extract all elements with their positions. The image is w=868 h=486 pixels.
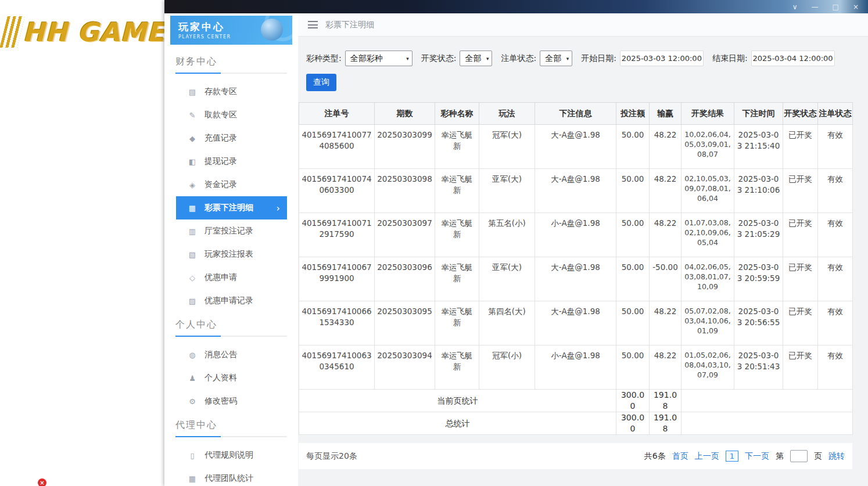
window-titlebar: ∨ — □ × [164, 0, 868, 13]
sidebar-item-messages[interactable]: ◍消息公告 [164, 343, 298, 366]
bet-time-cell: 2025-03-03 20:51:43 [734, 345, 783, 390]
lottery-type-select[interactable]: 全部彩种 ▾ [345, 51, 413, 66]
sidebar-item-withdrawal-records[interactable]: ◧提现记录 [164, 150, 298, 173]
result-cell: 04,02,06,05,03,08,01,07,10,09 [682, 257, 734, 301]
summary-row: 总统计300.00191.08 [299, 412, 853, 435]
sidebar-item-hall-bet-records[interactable]: ▥厅室投注记录 [164, 219, 298, 243]
chevron-down-icon: ▾ [406, 56, 409, 62]
bet-status-select[interactable]: 全部 ▾ [540, 51, 572, 66]
win-cell: 48.22 [650, 125, 682, 169]
draw-status-select[interactable]: 全部 ▾ [460, 51, 492, 66]
bet-status-label: 注单状态: [501, 53, 536, 64]
column-header: 期数 [375, 103, 435, 125]
current-page-button[interactable]: 1 [726, 451, 738, 462]
play-cell: 第五名(小) [479, 213, 535, 257]
table-header-row: 注单号期数彩种名称玩法下注信息投注额输赢开奖结果下注时间开奖状态注单状态 [299, 103, 853, 125]
page-suffix-label: 页 [814, 451, 822, 462]
sidebar-item-profile[interactable]: ♟个人资料 [164, 366, 298, 390]
logo-text: HH GAME [23, 17, 165, 48]
column-header: 下注信息 [535, 103, 616, 125]
bet-info-cell: 大-A盘@1.98 [535, 169, 616, 213]
sidebar: 玩家中心 PLAYERS CENTER 财务中心▤存款专区✎取款专区◆充值记录◧… [164, 13, 298, 486]
summary-win-cell: 191.08 [650, 390, 682, 412]
page-jump-input[interactable] [790, 450, 808, 462]
bet-no-cell: 401569174100712917590 [299, 213, 375, 257]
sidebar-item-promo-application-records[interactable]: ▨优惠申请记录 [164, 289, 298, 312]
result-cell: 05,07,02,08,03,04,10,06,01,09 [682, 301, 734, 345]
bet-status-cell: 有效 [818, 213, 853, 257]
maximize-button[interactable]: □ [833, 3, 839, 10]
amount-cell: 50.00 [616, 301, 650, 345]
promo-records-icon: ▨ [188, 297, 197, 305]
deposit-icon: ▤ [188, 88, 197, 96]
bet-status-cell: 有效 [818, 345, 853, 390]
draw-status-cell: 已开奖 [783, 125, 818, 169]
table-row: 40156917410074060330020250303098幸运飞艇新亚军(… [299, 169, 853, 213]
sidebar-item-withdraw-zone[interactable]: ✎取款专区 [164, 103, 298, 127]
content-topbar: 彩票下注明细 [298, 13, 868, 37]
sphere-icon [261, 19, 283, 41]
next-page-link[interactable]: 下一页 [745, 451, 769, 462]
search-button[interactable]: 查询 [306, 74, 336, 91]
hall-bet-icon: ▥ [188, 227, 197, 236]
period-cell: 20250303095 [375, 301, 435, 345]
close-button[interactable]: × [853, 3, 859, 10]
app-window: ∨ — □ × 玩家中心 PLAYERS CENTER 财务中心▤存款专区✎取款… [164, 0, 868, 486]
prev-page-link[interactable]: 上一页 [695, 451, 719, 462]
error-close-icon[interactable]: × [38, 478, 46, 486]
sidebar-item-recharge-records[interactable]: ◆充值记录 [164, 127, 298, 150]
user-icon: ♟ [188, 374, 197, 383]
per-page-label: 每页显示20条 [306, 451, 357, 462]
sidebar-item-agent-team-stats[interactable]: ▦代理团队统计 [164, 467, 298, 486]
start-date-input[interactable] [620, 51, 704, 66]
column-header: 注单状态 [818, 103, 853, 125]
section-underline [175, 336, 287, 337]
win-cell: 48.22 [650, 301, 682, 345]
sidebar-item-change-password[interactable]: ⚙修改密码 [164, 390, 298, 413]
sidebar-item-deposit-zone[interactable]: ▤存款专区 [164, 80, 298, 103]
sidebar-item-funds-records[interactable]: ◈资金记录 [164, 173, 298, 196]
lottery-type-value: 全部彩种 [350, 53, 383, 64]
jump-link[interactable]: 跳转 [828, 451, 845, 462]
result-cell: 01,05,02,06,08,04,03,10,07,09 [682, 345, 734, 390]
table-row: 40156917410066153433020250303095幸运飞艇新第四名… [299, 301, 853, 345]
section-underline [175, 436, 287, 437]
lottery-name-cell: 幸运飞艇新 [435, 125, 479, 169]
first-page-link[interactable]: 首页 [672, 451, 688, 462]
pagination-controls: 共6条 首页 上一页 1 下一页 第 页 跳转 [644, 450, 845, 462]
draw-status-cell: 已开奖 [783, 301, 818, 345]
end-date-input[interactable] [751, 51, 835, 66]
play-cell: 第四名(大) [479, 301, 535, 345]
column-header: 输赢 [650, 103, 682, 125]
play-cell: 亚军(大) [479, 257, 535, 301]
dropdown-chevron-icon[interactable]: ∨ [792, 3, 798, 10]
result-cell: 02,10,05,03,09,07,08,01,06,04 [682, 169, 734, 213]
sidebar-item-lottery-bet-details[interactable]: ▦彩票下注明细› [176, 196, 287, 219]
sidebar-item-player-bet-report[interactable]: ▧玩家投注报表 [164, 243, 298, 266]
recharge-icon: ◆ [188, 134, 197, 143]
column-header: 玩法 [479, 103, 535, 125]
bet-no-cell: 401569174100661534330 [299, 301, 375, 345]
sidebar-item-agent-rules[interactable]: ▯代理规则说明 [164, 444, 298, 467]
draw-status-label: 开奖状态: [421, 53, 457, 64]
amount-cell: 50.00 [616, 257, 650, 301]
bet-time-cell: 2025-03-03 21:05:29 [734, 213, 783, 257]
end-date-label: 结束日期: [712, 53, 748, 64]
minimize-button[interactable]: — [812, 3, 819, 10]
period-cell: 20250303097 [375, 213, 435, 257]
column-header: 注单号 [299, 103, 375, 125]
sidebar-section-title: 个人中心 [175, 319, 287, 337]
summary-amount-cell: 300.00 [616, 412, 650, 435]
menu-toggle-icon[interactable] [308, 21, 318, 28]
amount-cell: 50.00 [616, 213, 650, 257]
bet-info-cell: 小-A盘@1.98 [535, 213, 616, 257]
draw-status-cell: 已开奖 [783, 257, 818, 301]
total-count-label: 共6条 [644, 451, 666, 462]
bet-status-cell: 有效 [818, 257, 853, 301]
section-underline [175, 73, 287, 74]
pagination-bar: 每页显示20条 共6条 首页 上一页 1 下一页 第 页 跳转 [299, 443, 852, 469]
sidebar-item-promo-application[interactable]: ◇优惠申请 [164, 266, 298, 289]
page-prefix-label: 第 [776, 451, 784, 462]
draw-status-cell: 已开奖 [783, 213, 818, 257]
period-cell: 20250303094 [375, 345, 435, 390]
